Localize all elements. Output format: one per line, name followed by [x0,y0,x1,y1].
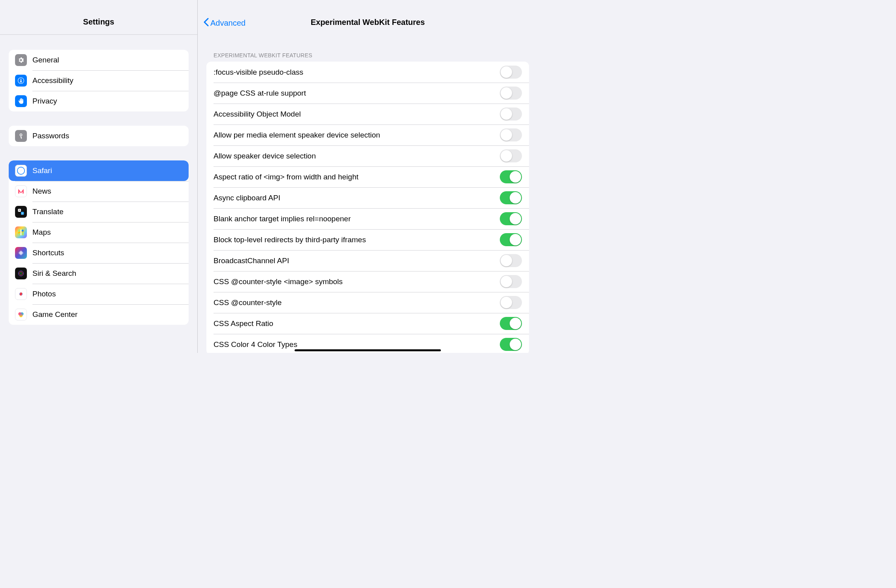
feature-toggle[interactable] [500,87,522,100]
accessibility-icon [15,75,27,87]
feature-toggle[interactable] [500,128,522,141]
sidebar-item-news[interactable]: News [9,181,189,202]
siri-icon [15,268,27,279]
feature-row: Block top-level redirects by third-party… [206,229,529,250]
settings-sidebar: Settings General Accessibility [0,0,198,353]
section-header: EXPERIMENTAL WEBKIT FEATURES [198,35,538,62]
sidebar-item-passwords[interactable]: Passwords [9,126,189,146]
feature-row: Blank anchor target implies rel=noopener [206,208,529,229]
feature-label: Block top-level redirects by third-party… [214,236,366,244]
sidebar-item-general[interactable]: General [9,50,189,70]
sidebar-item-label: Maps [32,228,51,237]
chevron-left-icon [203,18,210,28]
feature-label: Allow per media element speaker device s… [214,131,380,139]
svg-point-13 [20,273,22,275]
sidebar-scroll[interactable]: General Accessibility Privacy [0,35,197,353]
svg-point-2 [20,134,22,136]
feature-row: Async clipboard API [206,187,529,208]
maps-icon [15,226,27,238]
feature-label: Allow speaker device selection [214,152,316,160]
feature-label: Aspect ratio of <img> from width and hei… [214,173,358,181]
sidebar-item-safari[interactable]: Safari [9,160,189,181]
sidebar-item-label: Translate [32,207,64,216]
feature-row: CSS Aspect Ratio [206,313,529,334]
sidebar-item-label: Siri & Search [32,269,76,278]
feature-label: CSS @counter-style <image> symbols [214,277,343,286]
sidebar-item-label: Accessibility [32,76,73,85]
feature-label: CSS Aspect Ratio [214,319,273,328]
gear-icon [15,54,27,66]
feature-row: BroadcastChannel API [206,250,529,271]
feature-row: Allow per media element speaker device s… [206,124,529,145]
detail-title: Experimental WebKit Features [311,18,425,27]
sidebar-item-label: Safari [32,166,52,175]
feature-list: :focus-visible pseudo-class@page CSS at-… [206,62,529,353]
sidebar-title: Settings [83,17,114,26]
feature-row: CSS @counter-style [206,292,529,313]
detail-pane: Advanced Experimental WebKit Features EX… [198,0,538,353]
key-icon [15,130,27,142]
feature-row: CSS @counter-style <image> symbols [206,271,529,292]
feature-toggle[interactable] [500,317,522,330]
feature-toggle[interactable] [500,66,522,79]
photos-icon [15,288,27,300]
translate-icon: A文 [15,206,27,218]
sidebar-item-label: Photos [32,290,56,298]
feature-label: Blank anchor target implies rel=noopener [214,215,351,223]
feature-row: Accessibility Object Model [206,104,529,124]
feature-label: :focus-visible pseudo-class [214,68,303,77]
feature-row: @page CSS at-rule support [206,83,529,104]
detail-navbar: Advanced Experimental WebKit Features [198,0,538,35]
feature-row: :focus-visible pseudo-class [206,62,529,83]
sidebar-item-label: Game Center [32,310,78,319]
feature-toggle[interactable] [500,149,522,162]
feature-label: Accessibility Object Model [214,110,301,119]
feature-toggle[interactable] [500,296,522,309]
svg-text:A: A [19,209,20,211]
sidebar-item-photos[interactable]: Photos [9,284,189,304]
home-indicator[interactable] [295,349,441,351]
feature-toggle[interactable] [500,275,522,288]
feature-toggle[interactable] [500,170,522,183]
feature-label: Async clipboard API [214,194,280,202]
feature-label: @page CSS at-rule support [214,89,306,98]
sidebar-item-siri[interactable]: Siri & Search [9,263,189,284]
detail-scroll[interactable]: EXPERIMENTAL WEBKIT FEATURES :focus-visi… [198,35,538,353]
feature-row: Allow speaker device selection [206,145,529,166]
sidebar-item-translate[interactable]: A文 Translate [9,202,189,222]
feature-toggle[interactable] [500,107,522,121]
feature-toggle[interactable] [500,233,522,246]
svg-point-12 [19,271,23,275]
sidebar-group-apps: Safari News A文 Translate [9,160,189,325]
hand-icon [15,95,27,107]
svg-point-25 [19,313,23,316]
svg-text:文: 文 [21,212,23,215]
sidebar-item-gamecenter[interactable]: Game Center [9,304,189,325]
sidebar-item-label: Passwords [32,132,69,140]
sidebar-item-shortcuts[interactable]: Shortcuts [9,243,189,263]
sidebar-item-label: Privacy [32,97,57,106]
feature-toggle[interactable] [500,254,522,267]
sidebar-item-label: News [32,187,51,196]
sidebar-item-privacy[interactable]: Privacy [9,91,189,111]
feature-row: Aspect ratio of <img> from width and hei… [206,166,529,187]
svg-point-8 [22,230,24,232]
svg-point-1 [21,79,22,80]
sidebar-group-system: General Accessibility Privacy [9,50,189,111]
safari-icon [15,165,27,177]
back-button[interactable]: Advanced [203,18,246,28]
feature-label: CSS Color 4 Color Types [214,340,297,349]
feature-toggle[interactable] [500,212,522,225]
feature-toggle[interactable] [500,191,522,204]
sidebar-item-accessibility[interactable]: Accessibility [9,70,189,91]
feature-toggle[interactable] [500,338,522,351]
news-icon [15,185,27,197]
gamecenter-icon [15,309,27,320]
svg-point-3 [17,167,25,174]
shortcuts-icon [15,247,27,259]
sidebar-item-maps[interactable]: Maps [9,222,189,243]
feature-label: CSS @counter-style [214,298,282,307]
back-label: Advanced [210,19,246,28]
sidebar-navbar: Settings [0,0,197,35]
sidebar-item-label: Shortcuts [32,249,64,257]
